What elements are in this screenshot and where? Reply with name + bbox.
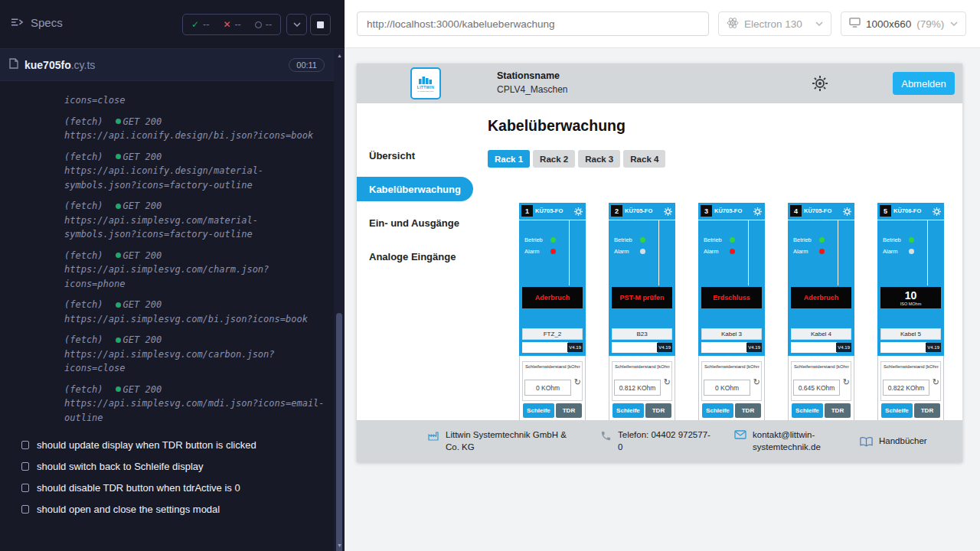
tdr-button[interactable]: TDR (735, 403, 761, 418)
scroll-down-icon[interactable]: ▼ (337, 543, 342, 548)
footer-manuals[interactable]: Handbücher (860, 435, 927, 448)
test-bullet-icon (21, 441, 29, 449)
card-buttons: Schleife TDR (881, 403, 940, 418)
collapse-button[interactable] (286, 14, 307, 35)
log-entry: (fetch)GET 200 https://api.simplesvg.com… (64, 298, 334, 326)
divider (927, 220, 928, 285)
tab-rack-4[interactable]: Rack 4 (623, 150, 665, 168)
card-gear-icon[interactable] (753, 206, 763, 216)
betrieb-status: Betrieb (793, 236, 825, 243)
refresh-icon[interactable]: ↻ (843, 377, 850, 387)
stat-failed: ✕-- (216, 19, 247, 30)
url-bar[interactable]: http://localhost:3000/kabelueberwachung (357, 11, 709, 36)
tdr-button[interactable]: TDR (914, 403, 940, 418)
status-display: PST-M prüfen (612, 287, 672, 308)
test-bullet-icon (21, 462, 29, 471)
log-entry: (fetch)GET 200 https://api.simplesvg.com… (64, 333, 334, 376)
log-entry: (fetch)GET 200 https://api.iconify.desig… (64, 150, 334, 193)
log-entry: (fetch)GET 200 https://api.simplesvg.com… (64, 249, 334, 292)
card-display: 3 KÜ705-FO Betrieb Alarm Erdschluss Kabe… (698, 203, 765, 356)
log-fetch-line: (fetch)GET 200 (64, 383, 334, 397)
test-stats[interactable]: ✓-- ✕-- -- (182, 14, 281, 35)
tab-rack-3[interactable]: Rack 3 (578, 150, 620, 168)
scrollbar-thumb[interactable] (336, 313, 342, 551)
electron-icon (727, 17, 739, 31)
cable-name: Kabel 3 (701, 328, 762, 340)
logout-button[interactable]: Abmelden (893, 72, 955, 95)
chevron-down-icon (815, 21, 823, 26)
divider (838, 220, 838, 285)
log-entry: (fetch)GET 200 https://api.iconify.desig… (64, 115, 334, 143)
cable-name: Kabel 5 (880, 328, 941, 340)
sidebar-item-ein-und-ausgaenge[interactable]: Ein- und Ausgänge (357, 206, 473, 240)
footer-email: kontakt@littwin-systemtechnik.de (734, 429, 826, 453)
card-gear-icon[interactable] (932, 206, 942, 216)
schleife-button[interactable]: Schleife (881, 403, 913, 418)
sidebar-item-kabelueberwachung[interactable]: Kabelüberwachung (357, 177, 473, 201)
card-gear-icon[interactable] (842, 206, 852, 216)
browser-select[interactable]: Electron 130 (718, 11, 831, 36)
cypress-reporter: Specs ✓-- ✕-- -- kue705fo.cy.ts 00:11 ic… (0, 0, 345, 551)
sidebar-item-analoge-eingaenge[interactable]: Analoge Eingänge (357, 240, 473, 273)
firmware-version: V4.19 (926, 343, 941, 352)
tab-rack-1[interactable]: Rack 1 (488, 150, 530, 168)
spec-name: kue705fo (24, 59, 71, 71)
card-gear-icon[interactable] (663, 206, 673, 216)
tdr-button[interactable]: TDR (645, 403, 671, 418)
test-item[interactable]: should open and close the settings modal (0, 498, 334, 520)
card-model: KÜ705-FO (804, 207, 831, 214)
card-sub-row: V4.19 (880, 342, 941, 353)
logo-subtext: SYSTEMTECHNIK (417, 90, 433, 93)
stop-button[interactable] (310, 14, 331, 35)
cable-name: FTZ_2 (522, 328, 583, 340)
refresh-icon[interactable]: ↻ (664, 377, 671, 387)
tdr-button[interactable]: TDR (556, 403, 582, 418)
card-sub-row: V4.19 (701, 342, 762, 353)
schleife-button[interactable]: Schleife (523, 403, 554, 418)
settings-gear-icon[interactable] (811, 74, 829, 93)
log-url-line: https://api.simplesvg.com/material- (64, 214, 334, 228)
spec-file-row[interactable]: kue705fo.cy.ts 00:11 (0, 49, 334, 81)
spec-ext: .cy.ts (71, 59, 96, 71)
card-gear-icon[interactable] (573, 206, 583, 216)
reporter-scrollbar[interactable]: ▲ ▼ (334, 49, 345, 551)
test-item[interactable]: should update display when TDR button is… (0, 434, 334, 455)
alarm-led (640, 249, 645, 254)
measurement-box: Schleifenwiderstand [kOhm] 0.645 KOhm ↻ (791, 361, 851, 401)
card-number: 1 (521, 205, 533, 217)
test-item[interactable]: should disable TDR button when tdrActive… (0, 477, 334, 498)
test-item[interactable]: should switch back to Schleife display (0, 455, 334, 477)
betrieb-led (819, 237, 825, 243)
aut-stage: LITTWIN SYSTEMTECHNIK Stationsname CPLV4… (345, 48, 980, 551)
footer-company: Littwin Systemtechnik GmbH & Co. KG (427, 429, 580, 453)
divider (877, 220, 944, 220)
refresh-icon[interactable]: ↻ (933, 377, 939, 387)
tab-rack-2[interactable]: Rack 2 (533, 150, 575, 168)
log-url-line: icons=close (64, 361, 334, 376)
aut-toolbar: http://localhost:3000/kabelueberwachung … (345, 0, 980, 48)
sidebar-item-uebersicht[interactable]: Übersicht (357, 139, 473, 172)
schleife-button[interactable]: Schleife (792, 403, 823, 418)
card-model: KÜ706-FO (893, 207, 921, 214)
log-url-line: symbols.json?icons=factory-outline (64, 178, 334, 193)
card-controls: Schleifenwiderstand [kOhm] 0.645 KOhm ↻ … (788, 356, 854, 420)
refresh-icon[interactable]: ↻ (753, 377, 760, 387)
stat-pending: -- (248, 19, 279, 30)
schleife-button[interactable]: Schleife (702, 403, 733, 418)
tdr-button[interactable]: TDR (825, 403, 851, 418)
check-icon: ✓ (191, 19, 199, 30)
specs-toggle[interactable]: Specs (11, 16, 63, 29)
skyline-icon (418, 75, 433, 84)
status-dot-icon (116, 386, 121, 392)
viewport-select[interactable]: 1000x660 (79%) (841, 11, 966, 36)
refresh-icon[interactable]: ↻ (574, 377, 581, 387)
footer-phone: Telefon: 04402 972577-0 (600, 429, 714, 453)
card-display: 4 KÜ705-FO Betrieb Alarm Aderbruch Kabel… (788, 203, 854, 356)
betrieb-status: Betrieb (883, 236, 914, 243)
schleife-button[interactable]: Schleife (612, 403, 644, 418)
log-url-line: https://api.simplesvg.com/mdi.json?icons… (64, 396, 334, 411)
status-dot-icon (116, 119, 121, 124)
measurement-label: Schleifenwiderstand [kOhm] (794, 364, 849, 369)
reporter-header: Specs ✓-- ✕-- -- (0, 0, 345, 49)
scroll-up-icon[interactable]: ▲ (337, 53, 342, 58)
